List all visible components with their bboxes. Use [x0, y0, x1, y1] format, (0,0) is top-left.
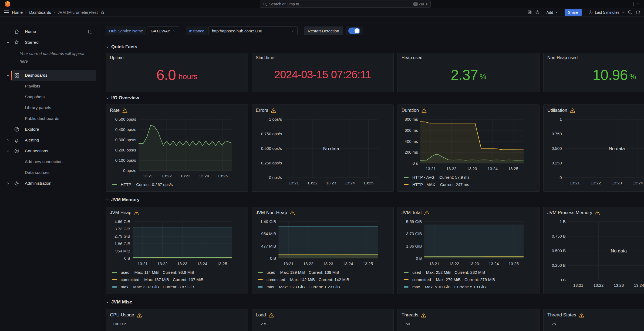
panel-heap-used[interactable]: Heap used 2.37 %	[397, 53, 540, 92]
sidebar-item-explore[interactable]: Explore	[0, 124, 96, 135]
section-jvm-misc[interactable]: JVM Misc	[106, 299, 644, 305]
sidebar-item-library-panels[interactable]: Library panels	[0, 102, 96, 113]
sidebar-item-alerting[interactable]: Alerting	[0, 135, 96, 146]
section-io-overview[interactable]: I/O Overview	[106, 95, 644, 101]
panel-header[interactable]: JVM Total	[402, 209, 535, 216]
breadcrumb-dashboards[interactable]: Dashboards	[29, 10, 51, 15]
sidebar-item-add-new-connection[interactable]: Add new connection	[0, 156, 96, 167]
warning-icon[interactable]	[269, 313, 274, 318]
legend-item[interactable]: HTTPCurrent: 0.267 ops/s	[110, 181, 244, 188]
warning-icon[interactable]	[134, 211, 139, 215]
legend-label[interactable]: used	[267, 270, 275, 275]
legend-item[interactable]: usedMax: 252 MiBCurrent: 232 MiB	[402, 269, 535, 276]
panel-header[interactable]: Threads	[402, 312, 535, 319]
legend-label[interactable]: HTTP	[121, 182, 131, 187]
legend-item[interactable]: maxMax: 5.10 GiBCurrent: 5.10 GiB	[402, 283, 535, 291]
sidebar-item-snapshots[interactable]: Snapshots	[0, 92, 96, 102]
cpu-usage-chart[interactable]: 100.0%	[110, 320, 244, 331]
star-icon[interactable]	[100, 10, 105, 15]
panel-header[interactable]: Load	[256, 312, 390, 319]
chevron-down-icon[interactable]	[3, 149, 12, 153]
sidebar-item-data-sources[interactable]: Data sources	[0, 167, 96, 178]
chevron-down-icon[interactable]	[636, 2, 640, 6]
sidebar-item-home[interactable]: Home	[0, 26, 96, 37]
chevron-down-icon[interactable]	[3, 74, 12, 77]
legend-item[interactable]: HTTP - AVGCurrent: 57.9 ms	[402, 174, 535, 181]
warning-icon[interactable]	[595, 211, 600, 215]
panel-uptime[interactable]: Uptime 6.0 hours	[106, 53, 248, 92]
panel-header[interactable]: JVM Process Memory	[547, 209, 644, 216]
chevron-right-icon[interactable]	[3, 139, 12, 142]
legend-item[interactable]: committedMax: 142 MiBCurrent: 142 MiB	[256, 276, 390, 283]
jvm-nonheap-chart[interactable]: 1.40 GiB954 MiB477 MiB0 B13:2113:2213:23…	[256, 218, 390, 268]
sidebar-item-playlists[interactable]: Playlists	[0, 81, 96, 92]
legend-item[interactable]: committedMax: 279 MiBCurrent: 279 MiB	[402, 276, 535, 283]
sidebar-item-public-dashboards[interactable]: Public dashboards	[0, 113, 96, 124]
breadcrumb-home[interactable]: Home	[12, 10, 23, 15]
utilisation-chart[interactable]: 10.7500.5000.250013:2113:2213:2313:2413:…	[547, 116, 644, 187]
warning-icon[interactable]	[290, 211, 295, 215]
threads-chart[interactable]: 50	[402, 320, 535, 331]
jvm-total-chart[interactable]: 5.59 GiB3.73 GiB1.86 GiB0 B13:2113:2213:…	[402, 218, 535, 268]
legend-label[interactable]: used	[412, 270, 421, 275]
panel-header[interactable]: Utilisation	[547, 107, 644, 114]
add-icon[interactable]	[631, 2, 635, 6]
instance-select[interactable]: http://appsec-hub.com:9090	[208, 26, 298, 35]
panel-header[interactable]: Rate	[110, 107, 244, 114]
legend-label[interactable]: HTTP - AVG	[412, 175, 434, 180]
add-button[interactable]: Add	[543, 9, 561, 16]
legend-item[interactable]: committedMax: 137 MiBCurrent: 137 MiB	[110, 276, 244, 283]
restart-detection-toggle[interactable]	[346, 26, 363, 35]
chevron-right-icon[interactable]	[3, 182, 12, 185]
share-button[interactable]: Share	[565, 9, 582, 16]
jvm-heap-chart[interactable]: 4.66 GiB3.73 GiB2.79 GiB1.86 GiB954 MiB0…	[110, 218, 244, 268]
legend-label[interactable]: committed	[267, 277, 285, 282]
section-quick-facts[interactable]: Quick Facts	[106, 44, 644, 50]
panel-header[interactable]: JVM Non-Heap	[256, 209, 390, 216]
zoom-out-icon[interactable]	[628, 10, 632, 15]
legend-item[interactable]: maxMax: 3.87 GiBCurrent: 3.87 GiB	[110, 283, 244, 291]
legend-item[interactable]: maxMax: 1.23 GiBCurrent: 1.23 GiB	[256, 283, 390, 291]
legend-label[interactable]: max	[267, 285, 274, 289]
legend-label[interactable]: committed	[121, 277, 139, 282]
legend-label[interactable]: used	[121, 270, 130, 275]
warning-icon[interactable]	[271, 108, 276, 113]
legend-item[interactable]: usedMax: 139 MiBCurrent: 139 MiB	[256, 269, 390, 276]
panel-header[interactable]: Duration	[402, 107, 535, 114]
panel-nonheap-used[interactable]: Non-Heap used 10.96 %	[543, 53, 644, 92]
sidebar-item-dashboards[interactable]: Dashboards	[0, 70, 96, 81]
thread-states-chart[interactable]: 25	[547, 320, 644, 331]
panel-header[interactable]: Errors	[256, 107, 390, 114]
errors-chart[interactable]: 1 ops/s0.750 ops/s0.500 ops/s0.250 ops/s…	[256, 116, 390, 187]
sidebar-item-starred[interactable]: Starred	[0, 37, 96, 48]
warning-icon[interactable]	[579, 313, 584, 318]
legend-label[interactable]: HTTP - MAX	[412, 182, 435, 187]
load-chart[interactable]: 2.5	[256, 320, 390, 331]
section-jvm-memory[interactable]: JVM Memory	[106, 197, 644, 202]
rate-chart[interactable]: 0.500 ops/s0.400 ops/s0.300 ops/s0.200 o…	[110, 116, 244, 180]
panel-header[interactable]: Thread States	[547, 312, 644, 319]
panel-header[interactable]: CPU Usage	[110, 312, 244, 319]
legend-item[interactable]: usedMax: 114 MiBCurrent: 93.9 MiB	[110, 269, 244, 276]
search-input[interactable]: Search or jump to... ctrl+k	[260, 1, 431, 8]
sidebar-item-connections[interactable]: Connections	[0, 146, 96, 156]
legend-item[interactable]: HTTP - MAXCurrent: 247 ms	[402, 181, 535, 188]
legend-label[interactable]: max	[121, 285, 128, 289]
legend-label[interactable]: max	[412, 285, 420, 289]
jvm-process-memory-chart[interactable]: 1 B0.750 B0.500 B0.250 B0 B13:2113:2213:…	[547, 218, 644, 289]
refresh-icon[interactable]	[636, 10, 640, 15]
menu-icon[interactable]	[4, 10, 9, 15]
legend-label[interactable]: committed	[412, 277, 431, 282]
warning-icon[interactable]	[422, 108, 427, 113]
warning-icon[interactable]	[570, 108, 575, 113]
save-dashboard-icon[interactable]	[527, 10, 532, 15]
warning-icon[interactable]	[137, 313, 142, 318]
hub-service-select[interactable]: GATEWAY	[147, 26, 179, 35]
grafana-logo[interactable]	[4, 1, 11, 7]
warning-icon[interactable]	[421, 313, 426, 318]
warning-icon[interactable]	[122, 108, 127, 113]
duration-chart[interactable]: 800 ms600 ms400 ms200 ms0 s13:2113:2213:…	[402, 116, 535, 173]
sidebar-item-administration[interactable]: Administration	[0, 178, 96, 189]
dock-menu-icon[interactable]	[84, 29, 96, 34]
restart-detection-button[interactable]: Restart Detection	[304, 26, 343, 35]
